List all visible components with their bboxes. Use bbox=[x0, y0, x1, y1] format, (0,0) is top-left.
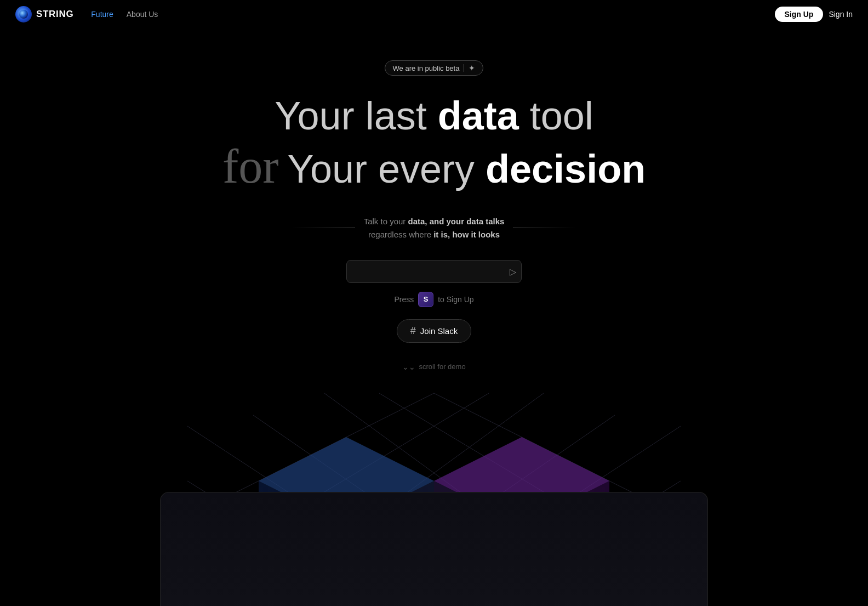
badge-icon: ✦ bbox=[469, 64, 475, 72]
beta-badge: We are in public beta ✦ bbox=[385, 60, 484, 76]
signup-button[interactable]: Sign Up bbox=[775, 7, 824, 22]
hero-headline: Your last data tool for Your every decis… bbox=[222, 93, 646, 194]
scroll-chevrons-icon: ⌄⌄ bbox=[402, 363, 415, 371]
sub-line-right bbox=[513, 228, 576, 228]
headline-for: for bbox=[222, 139, 279, 194]
headline-line1-post: tool bbox=[519, 94, 593, 138]
headline-line2-text: Your every decision bbox=[287, 146, 646, 192]
bottom-panel bbox=[160, 492, 708, 606]
nav-link-future[interactable]: Future bbox=[91, 10, 113, 19]
join-slack-label: Join Slack bbox=[420, 326, 458, 336]
headline-decision-bold: decision bbox=[486, 147, 646, 191]
logo-link[interactable]: STRING bbox=[15, 6, 73, 22]
headline-line1: Your last data tool bbox=[222, 93, 646, 139]
headline-data-bold: data bbox=[438, 94, 519, 138]
join-slack-button[interactable]: # Join Slack bbox=[397, 319, 471, 343]
logo-text: STRING bbox=[36, 9, 73, 20]
sub-line-left bbox=[292, 228, 355, 228]
hero-sub-wrapper: Talk to your data, and your data talksre… bbox=[292, 215, 576, 241]
submit-icon: ▷ bbox=[510, 266, 516, 276]
scroll-label: scroll for demo bbox=[419, 363, 465, 371]
headline-every-pre: Your every bbox=[287, 147, 486, 191]
press-hint: Press S to Sign Up bbox=[394, 292, 473, 307]
signin-button[interactable]: Sign In bbox=[829, 10, 853, 19]
navbar: STRING Future About Us Sign Up Sign In bbox=[0, 0, 868, 29]
hero-section: We are in public beta ✦ Your last data t… bbox=[0, 0, 868, 393]
svg-point-0 bbox=[19, 10, 28, 19]
nav-actions: Sign Up Sign In bbox=[775, 7, 853, 22]
press-key-badge: S bbox=[418, 292, 433, 307]
nav-links: Future About Us bbox=[91, 10, 774, 19]
press-label: Press bbox=[394, 295, 414, 304]
slack-icon: # bbox=[410, 325, 416, 337]
nav-link-about[interactable]: About Us bbox=[127, 10, 158, 19]
headline-line2: for Your every decision bbox=[222, 139, 646, 194]
scroll-hint: ⌄⌄ scroll for demo bbox=[402, 363, 465, 371]
press-suffix: to Sign Up bbox=[438, 295, 473, 304]
beta-badge-text: We are in public beta bbox=[393, 64, 460, 72]
diamond-visual bbox=[0, 371, 868, 606]
badge-divider bbox=[464, 64, 464, 72]
logo-icon bbox=[15, 6, 32, 22]
search-input[interactable] bbox=[346, 260, 522, 283]
search-input-wrap: ▷ bbox=[346, 260, 522, 283]
search-submit-button[interactable]: ▷ bbox=[510, 266, 516, 276]
headline-line1-pre: Your last bbox=[275, 94, 438, 138]
hero-subtext: Talk to your data, and your data talksre… bbox=[355, 215, 513, 241]
